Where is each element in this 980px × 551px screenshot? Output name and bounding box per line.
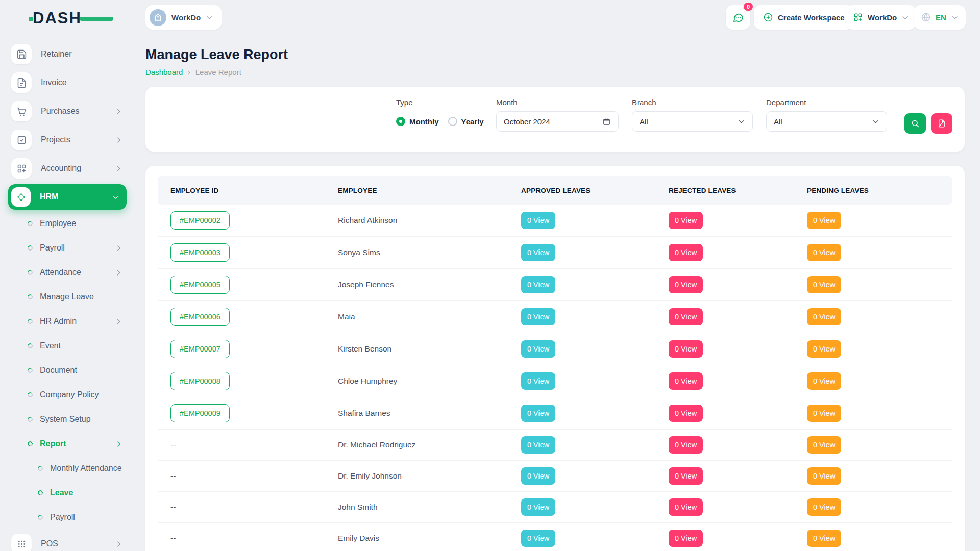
approved-view-badge[interactable]: 0 View	[521, 244, 555, 261]
sidebar-item-label: Monthly Attendance	[50, 464, 122, 473]
month-input[interactable]: October 2024	[496, 111, 619, 132]
sidebar-item-label: Event	[40, 341, 61, 350]
rejected-view-badge[interactable]: 0 View	[669, 340, 703, 358]
search-button[interactable]	[904, 113, 926, 134]
table-row: #EMP00008 Chloe Humphrey 0 View 0 View 0…	[158, 365, 952, 397]
employee-id-badge[interactable]: #EMP00003	[170, 243, 230, 262]
rejected-view-badge[interactable]: 0 View	[669, 498, 703, 516]
bullet-icon	[27, 318, 34, 325]
workdo-menu-button[interactable]: WorkDo	[846, 5, 916, 30]
sidebar-item-hr-admin[interactable]: HR Admin	[8, 309, 127, 334]
rejected-view-badge[interactable]: 0 View	[669, 530, 703, 547]
reset-button[interactable]	[931, 113, 952, 134]
sidebar-item-system-setup[interactable]: System Setup	[8, 407, 127, 432]
pending-view-badge[interactable]: 0 View	[807, 276, 841, 293]
approved-leaves-cell: 0 View	[508, 461, 656, 491]
employee-name-cell: Dr. Emily Johnson	[325, 465, 508, 487]
sidebar-item-purchases[interactable]: Purchases	[8, 97, 127, 126]
workdo-menu-label: WorkDo	[868, 13, 897, 22]
chevron-right-icon	[115, 108, 122, 115]
sidebar-item-retainer[interactable]: Retainer	[8, 40, 127, 68]
sidebar-item-label: HRM	[40, 192, 58, 202]
employee-id-badge[interactable]: #EMP00005	[170, 276, 230, 294]
messages-button[interactable]: 0	[726, 5, 750, 30]
approved-view-badge[interactable]: 0 View	[521, 405, 555, 422]
pending-leaves-cell: 0 View	[794, 334, 952, 364]
pending-view-badge[interactable]: 0 View	[807, 244, 841, 261]
employee-name-cell: Maia	[325, 306, 508, 328]
branch-label: Branch	[632, 98, 753, 107]
approved-view-badge[interactable]: 0 View	[521, 372, 555, 390]
sidebar-item-attendance[interactable]: Attendance	[8, 260, 127, 285]
employee-id-badge[interactable]: #EMP00006	[170, 308, 230, 326]
approved-view-badge[interactable]: 0 View	[521, 308, 555, 325]
chevron-down-icon	[206, 14, 213, 21]
rejected-view-badge[interactable]: 0 View	[669, 467, 703, 485]
pending-view-badge[interactable]: 0 View	[807, 212, 841, 229]
employee-id-badge[interactable]: #EMP00007	[170, 340, 230, 358]
sidebar-item-pos[interactable]: POS	[8, 530, 127, 551]
rejected-view-badge[interactable]: 0 View	[669, 372, 703, 390]
sidebar-item-leave[interactable]: Leave	[8, 481, 127, 505]
rejected-view-badge[interactable]: 0 View	[669, 405, 703, 422]
sidebar-item-event[interactable]: Event	[8, 334, 127, 358]
rejected-leaves-cell: 0 View	[656, 430, 794, 460]
pending-view-badge[interactable]: 0 View	[807, 308, 841, 325]
sidebar-item-invoice[interactable]: Invoice	[8, 68, 127, 97]
sidebar-item-report-payroll[interactable]: Payroll	[8, 505, 127, 530]
employee-id-empty: --	[170, 440, 176, 449]
pending-view-badge[interactable]: 0 View	[807, 340, 841, 358]
sidebar-item-payroll[interactable]: Payroll	[8, 236, 127, 260]
breadcrumb-dashboard-link[interactable]: Dashboard	[145, 68, 183, 77]
pending-view-badge[interactable]: 0 View	[807, 405, 841, 422]
sidebar-item-monthly-attendance[interactable]: Monthly Attendance	[8, 456, 127, 481]
pending-view-badge[interactable]: 0 View	[807, 498, 841, 516]
approved-view-badge[interactable]: 0 View	[521, 498, 555, 516]
table-row: #EMP00003 Sonya Sims 0 View 0 View 0 Vie…	[158, 237, 952, 269]
bullet-icon	[27, 391, 34, 398]
sidebar-item-employee[interactable]: Employee	[8, 211, 127, 236]
sidebar-item-hrm[interactable]: HRM	[8, 184, 127, 210]
sidebar-item-document[interactable]: Document	[8, 358, 127, 383]
branch-select[interactable]: All	[632, 111, 753, 132]
sidebar-item-label: HR Admin	[40, 317, 77, 326]
radio-label: Yearly	[461, 117, 484, 126]
sidebar-item-projects[interactable]: Projects	[8, 126, 127, 154]
rejected-view-badge[interactable]: 0 View	[669, 276, 703, 293]
rejected-view-badge[interactable]: 0 View	[669, 244, 703, 261]
sidebar-item-report[interactable]: Report	[8, 432, 127, 456]
employee-id-badge[interactable]: #EMP00008	[170, 372, 230, 390]
pending-view-badge[interactable]: 0 View	[807, 530, 841, 547]
language-selector[interactable]: EN	[914, 5, 966, 30]
approved-view-badge[interactable]: 0 View	[521, 436, 555, 454]
rejected-view-badge[interactable]: 0 View	[669, 308, 703, 325]
approved-view-badge[interactable]: 0 View	[521, 340, 555, 358]
sidebar-item-company-policy[interactable]: Company Policy	[8, 383, 127, 407]
approved-view-badge[interactable]: 0 View	[521, 276, 555, 293]
sidebar-item-manage-leave[interactable]: Manage Leave	[8, 285, 127, 309]
create-workspace-button[interactable]: Create Workspace	[754, 5, 854, 30]
sidebar: Retainer Invoice Purchases Projects Acco…	[0, 38, 134, 551]
workspace-switcher[interactable]: WorkDo	[145, 5, 222, 30]
rejected-view-badge[interactable]: 0 View	[669, 212, 703, 229]
type-radio-monthly[interactable]: Monthly	[396, 117, 439, 126]
approved-view-badge[interactable]: 0 View	[521, 212, 555, 229]
rejected-view-badge[interactable]: 0 View	[669, 436, 703, 454]
type-radio-yearly[interactable]: Yearly	[448, 117, 484, 126]
pending-view-badge[interactable]: 0 View	[807, 372, 841, 390]
bullet-icon	[27, 220, 34, 227]
pending-view-badge[interactable]: 0 View	[807, 467, 841, 485]
approved-view-badge[interactable]: 0 View	[521, 530, 555, 547]
sidebar-item-accounting[interactable]: Accounting	[8, 154, 127, 183]
plus-circle-icon	[763, 12, 773, 22]
chevron-right-icon	[115, 540, 122, 548]
employee-id-badge[interactable]: #EMP00002	[170, 211, 230, 230]
department-select[interactable]: All	[766, 111, 887, 132]
employee-id-badge[interactable]: #EMP00009	[170, 404, 230, 422]
branch-filter-group: Branch All	[632, 98, 753, 132]
employee-id-cell: #EMP00008	[158, 365, 325, 397]
grid-plus-icon	[853, 12, 863, 22]
pending-view-badge[interactable]: 0 View	[807, 436, 841, 454]
rejected-leaves-cell: 0 View	[656, 334, 794, 364]
approved-view-badge[interactable]: 0 View	[521, 467, 555, 485]
